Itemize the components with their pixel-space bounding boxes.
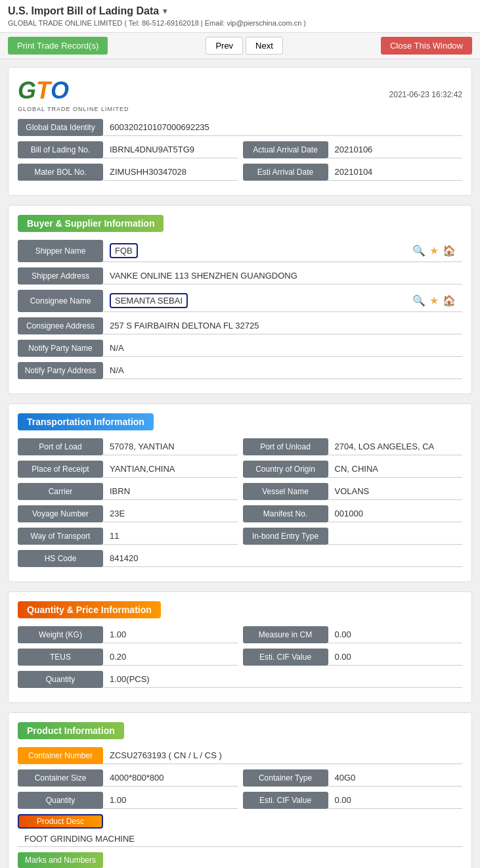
way-of-transport-value: 11 (103, 528, 238, 545)
shipper-address-row: Shipper Address VANKE ONLINE 113 SHENZHE… (18, 267, 462, 285)
product-info-card: Product Information Container Number ZCS… (8, 712, 472, 868)
notify-party-name-value: N/A (103, 340, 462, 357)
vessel-name-value: VOLANS (328, 483, 463, 500)
container-number-label: Container Number (18, 747, 103, 764)
container-type-value: 40G0 (328, 769, 463, 787)
marks-section: Marks and Numbers AS ADDRESSED (18, 852, 462, 868)
teus-label: TEUS (18, 649, 103, 666)
print-button[interactable]: Print Trade Record(s) (8, 37, 108, 55)
carrier-value: IBRN (103, 483, 238, 500)
container-size-type-row: Container Size 4000*800*800 Container Ty… (18, 769, 462, 787)
quantity-value: 1.00(PCS) (103, 671, 462, 688)
close-button[interactable]: Close This Window (381, 37, 472, 55)
product-desc-section: Product Desc FOOT GRINDING MACHINE (18, 814, 462, 847)
place-of-receipt-label: Place of Receipt (18, 461, 103, 478)
consignee-address-row: Consignee Address 257 S FAIRBAIRN DELTON… (18, 317, 462, 334)
vessel-name-label: Vessel Name (243, 483, 328, 500)
global-data-identity-row: Global Data Identity 6003202101070006922… (18, 119, 462, 136)
header-card: G T O GLOBAL TRADE ONLINE LIMITED 2021-0… (8, 67, 472, 196)
product-qty-cif-row: Quantity 1.00 Esti. CIF Value 0.00 (18, 792, 462, 809)
actual-arrival-date-value: 20210106 (328, 141, 463, 158)
next-button[interactable]: Next (246, 37, 283, 55)
container-size-value: 4000*800*800 (103, 769, 238, 787)
weight-label: Weight (KG) (18, 626, 103, 643)
home-icon[interactable]: 🏠 (443, 244, 456, 257)
voyage-number-label: Voyage Number (18, 505, 103, 522)
port-of-unload-label: Port of Unload (243, 438, 328, 455)
timestamp: 2021-06-23 16:32:42 (389, 90, 462, 99)
in-bond-entry-type-label: In-bond Entry Type (243, 528, 328, 545)
company-subtitle: GLOBAL TRADE ONLINE LIMITED ( Tel: 86-51… (8, 19, 472, 27)
in-bond-entry-type-value (328, 528, 463, 545)
teus-value: 0.20 (103, 649, 238, 666)
shipper-name-field: FQB 🔍 ★ 🏠 (103, 240, 462, 262)
shipper-address-value: VANKE ONLINE 113 SHENZHEN GUANGDONG (103, 267, 462, 285)
country-of-origin-label: Country of Origin (243, 461, 328, 478)
container-size-label: Container Size (18, 769, 103, 787)
receipt-origin-row: Place of Receipt YANTIAN,CHINA Country o… (18, 461, 462, 478)
weight-value: 1.00 (103, 626, 238, 643)
buyer-supplier-header: Buyer & Supplier Information (18, 215, 164, 232)
consignee-icons: 🔍 ★ 🏠 (412, 294, 456, 307)
measure-in-cm-label: Measure in CM (243, 626, 328, 643)
page-title: U.S. Import Bill of Lading Data ▾ (8, 5, 472, 17)
voyage-manifest-row: Voyage Number 23E Manifest No. 001000 (18, 505, 462, 522)
carrier-label: Carrier (18, 483, 103, 500)
notify-party-name-row: Notify Party Name N/A (18, 340, 462, 357)
product-quantity-label: Quantity (18, 792, 103, 809)
product-quantity-value: 1.00 (103, 792, 238, 809)
notify-party-name-label: Notify Party Name (18, 340, 103, 357)
esti-arrival-date-value: 20210104 (328, 164, 463, 181)
container-type-label: Container Type (243, 769, 328, 787)
global-data-identity-value: 600320210107000692235 (103, 119, 462, 136)
toolbar: Print Trade Record(s) Prev Next Close Th… (0, 33, 480, 59)
search-icon[interactable]: 🔍 (412, 244, 425, 257)
bol-row: Bill of Lading No. IBRNL4DNU9AT5TG9 Actu… (18, 141, 462, 158)
hs-code-label: HS Code (18, 550, 103, 567)
notify-party-address-label: Notify Party Address (18, 362, 103, 379)
consignee-star-icon[interactable]: ★ (429, 294, 439, 307)
main-content: G T O GLOBAL TRADE ONLINE LIMITED 2021-0… (0, 59, 480, 868)
container-number-row: Container Number ZCSU2763193 ( CN / L / … (18, 747, 462, 764)
port-of-load-label: Port of Load (18, 438, 103, 455)
bol-no-value: IBRNL4DNU9AT5TG9 (103, 141, 238, 158)
weight-measure-row: Weight (KG) 1.00 Measure in CM 0.00 (18, 626, 462, 643)
dropdown-arrow-icon[interactable]: ▾ (163, 7, 167, 16)
product-esti-cif-label: Esti. CIF Value (243, 792, 328, 809)
product-desc-value: FOOT GRINDING MACHINE (18, 831, 462, 847)
quantity-price-card: Quantity & Price Information Weight (KG)… (8, 591, 472, 703)
port-of-unload-value: 2704, LOS ANGELES, CA (328, 438, 463, 455)
actual-arrival-date-label: Actual Arrival Date (243, 141, 328, 158)
consignee-name-value: SEMANTA SEBAI (110, 293, 188, 308)
consignee-address-label: Consignee Address (18, 317, 103, 334)
mater-bol-row: Mater BOL No. ZIMUSHH30347028 Esti Arriv… (18, 164, 462, 181)
consignee-home-icon[interactable]: 🏠 (443, 294, 456, 307)
manifest-no-label: Manifest No. (243, 505, 328, 522)
hs-code-value: 841420 (103, 550, 462, 567)
manifest-no-value: 001000 (328, 505, 463, 522)
notify-party-address-value: N/A (103, 362, 462, 379)
way-inbond-row: Way of Transport 11 In-bond Entry Type (18, 528, 462, 545)
quantity-row: Quantity 1.00(PCS) (18, 671, 462, 688)
logo-company-name: GLOBAL TRADE ONLINE LIMITED (18, 106, 129, 112)
voyage-number-value: 23E (103, 505, 238, 522)
product-esti-cif-value: 0.00 (328, 792, 463, 809)
quantity-label: Quantity (18, 671, 103, 688)
logo-letter-g: G (18, 77, 36, 104)
consignee-name-row: Consignee Name SEMANTA SEBAI 🔍 ★ 🏠 (18, 290, 462, 312)
prev-button[interactable]: Prev (206, 37, 243, 55)
consignee-name-field: SEMANTA SEBAI 🔍 ★ 🏠 (103, 290, 462, 312)
way-of-transport-label: Way of Transport (18, 528, 103, 545)
port-of-load-value: 57078, YANTIAN (103, 438, 238, 455)
container-number-value: ZCSU2763193 ( CN / L / CS ) (103, 747, 462, 764)
measure-in-cm-value: 0.00 (328, 626, 463, 643)
star-icon[interactable]: ★ (429, 244, 439, 257)
shipper-address-label: Shipper Address (18, 267, 103, 285)
consignee-search-icon[interactable]: 🔍 (412, 294, 425, 307)
esti-arrival-date-label: Esti Arrival Date (243, 164, 328, 181)
mater-bol-value: ZIMUSHH30347028 (103, 164, 238, 181)
quantity-price-header: Quantity & Price Information (18, 601, 161, 618)
shipper-name-value: FQB (110, 243, 138, 258)
teus-cif-row: TEUS 0.20 Esti. CIF Value 0.00 (18, 649, 462, 666)
consignee-address-value: 257 S FAIRBAIRN DELTONA FL 32725 (103, 317, 462, 334)
